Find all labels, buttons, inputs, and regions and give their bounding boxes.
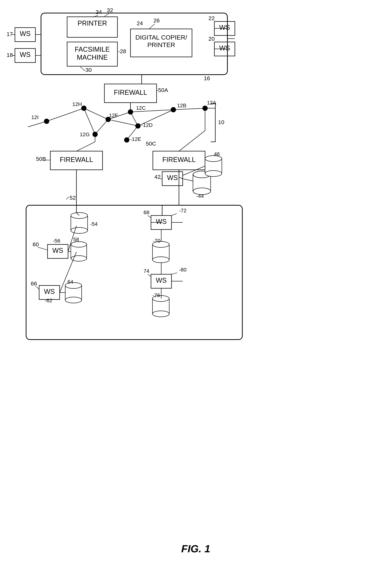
ref-56: -56 xyxy=(53,238,60,244)
label-12E: -12E xyxy=(130,136,141,142)
ref-46: 46 xyxy=(214,151,220,157)
ref-34: 34 xyxy=(96,9,102,15)
digital-copier-label1: DIGITAL COPIER/ xyxy=(135,34,187,41)
ws74-label: WS xyxy=(156,277,167,284)
svg-point-54 xyxy=(205,171,222,177)
ref-50B: 50B xyxy=(36,156,46,162)
svg-point-94 xyxy=(153,311,169,317)
ws42-label: WS xyxy=(167,174,178,181)
fax-label-line2: MACHINE xyxy=(77,54,108,61)
ref-42: 42 xyxy=(154,174,160,180)
firewall-c-label: FIREWALL xyxy=(162,156,196,163)
ws68-label: WS xyxy=(156,218,167,225)
digital-copier-label2: PRINTER xyxy=(147,41,175,48)
printer-label: PRINTER xyxy=(78,19,107,27)
ref-76: -76 xyxy=(153,292,160,298)
ref-58: 58 xyxy=(73,237,79,242)
ref-30: -30 xyxy=(84,67,91,73)
ws56-label: WS xyxy=(52,247,63,254)
label-12B: 12B xyxy=(177,103,187,108)
ref-68: 68 xyxy=(144,210,149,215)
ref-50C: 50C xyxy=(146,141,156,147)
svg-point-68 xyxy=(71,242,87,247)
ws20-label: WS xyxy=(219,44,230,52)
label-12H: 12H xyxy=(72,101,82,107)
ref-28: -28 xyxy=(118,48,126,54)
fig-label: FIG. 1 xyxy=(181,543,210,555)
ref-52: 52 xyxy=(69,195,76,201)
ref-62: -62 xyxy=(45,298,52,303)
svg-point-86 xyxy=(153,257,169,263)
ref-26: 26 xyxy=(153,17,160,23)
svg-point-69 xyxy=(71,256,87,261)
svg-point-76 xyxy=(65,297,82,303)
firewall-b-label: FIREWALL xyxy=(60,156,93,163)
ref-50A: -50A xyxy=(156,87,168,93)
ref-18: 18 xyxy=(6,52,13,58)
ref-74: 74 xyxy=(144,268,149,274)
ref-80: -80 xyxy=(179,267,187,273)
label-12G: 12G xyxy=(80,132,90,137)
ref-66: 66 xyxy=(31,280,37,286)
ref-17: 17 xyxy=(6,31,13,37)
ref-32: 32 xyxy=(107,7,113,13)
ws17-label: WS xyxy=(20,30,31,37)
fax-label-line1: FACSIMILE xyxy=(75,46,110,53)
ws62-label: WS xyxy=(44,288,55,295)
ref-10: 10 xyxy=(218,119,224,125)
ref-72: -72 xyxy=(179,208,187,214)
svg-rect-0 xyxy=(0,0,392,573)
ws18-label: WS xyxy=(20,51,31,58)
ref-54: -54 xyxy=(90,221,98,227)
ref-24: 24 xyxy=(137,20,143,26)
label-12C: 12C xyxy=(136,105,146,111)
ref-16: 16 xyxy=(204,75,210,81)
ref-70: -70 xyxy=(153,238,160,244)
label-12I: 12I xyxy=(31,114,39,120)
ref-60: 60 xyxy=(33,241,39,247)
ref-22: 22 xyxy=(208,15,215,21)
label-12A: 12A xyxy=(207,100,216,106)
firewall-top-label: FIREWALL xyxy=(114,89,147,96)
svg-point-62 xyxy=(71,227,88,233)
ws22-label: WS xyxy=(219,24,230,31)
ref-44: -44 xyxy=(196,193,204,199)
ref-64: 64 xyxy=(68,279,73,285)
label-12D: -12D xyxy=(141,122,153,128)
ref-20: 20 xyxy=(208,36,215,42)
